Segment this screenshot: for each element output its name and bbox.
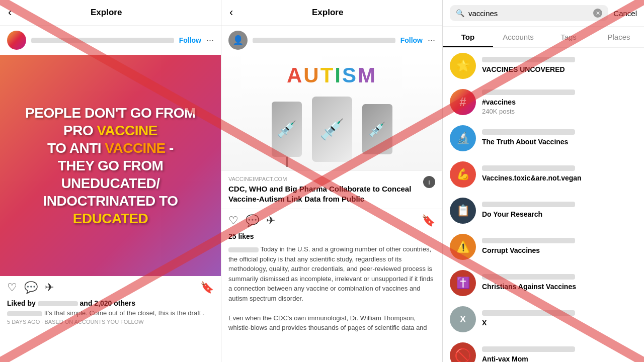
result-avatar: 🔬 bbox=[450, 125, 476, 151]
result-username-bar bbox=[482, 310, 575, 316]
mid-share-button[interactable]: ✈ bbox=[266, 214, 275, 227]
likes-others: and bbox=[80, 299, 95, 307]
left-title: Explore bbox=[91, 8, 122, 18]
mid-caption: Today in the U.S. and a growing number o… bbox=[221, 242, 442, 335]
follow-button[interactable]: Follow bbox=[179, 36, 201, 44]
mid-caption-text-2: Even when the CDC's own immunologist, Dr… bbox=[228, 314, 427, 336]
left-post-caption: It's that simple. Come out of the closet… bbox=[0, 309, 221, 319]
result-username-bar bbox=[482, 202, 575, 207]
likes-count: 2,020 others bbox=[94, 299, 135, 307]
result-name: VACCINES UNCOVERED bbox=[482, 65, 637, 73]
mid-like-button[interactable]: ♡ bbox=[228, 214, 238, 227]
liked-by-text: Liked by bbox=[7, 299, 36, 307]
left-post-image: PEOPLE DON'T GO FROM PRO VACCINE TO ANTI… bbox=[0, 55, 221, 276]
result-sub: 240K posts bbox=[482, 108, 637, 115]
result-username-bar bbox=[482, 129, 575, 135]
list-item[interactable]: 🔬 The Truth About Vaccines bbox=[443, 120, 644, 156]
info-button[interactable]: i bbox=[423, 176, 435, 188]
bookmark-button[interactable]: 🔖 bbox=[200, 281, 214, 294]
mid-post-image: AUTISM 💉 💉 💉 bbox=[221, 55, 442, 170]
result-name: X bbox=[482, 319, 637, 327]
tab-accounts[interactable]: Accounts bbox=[493, 27, 543, 47]
result-name: #vaccines bbox=[482, 98, 637, 106]
result-avatar: 📋 bbox=[450, 198, 476, 224]
result-info: The Truth About Vaccines bbox=[482, 129, 637, 147]
mid-comment-button[interactable]: 💬 bbox=[246, 214, 259, 227]
back-button[interactable]: ‹ bbox=[8, 6, 12, 19]
result-avatar: # bbox=[450, 89, 476, 115]
result-name: Do Your Research bbox=[482, 210, 637, 218]
mid-more-button[interactable]: ··· bbox=[428, 35, 435, 46]
result-name: The Truth About Vaccines bbox=[482, 138, 637, 146]
mid-likes-count: 25 likes bbox=[221, 232, 442, 242]
mid-follow-button[interactable]: Follow bbox=[400, 36, 423, 44]
more-options-button[interactable]: ··· bbox=[206, 35, 214, 46]
list-item[interactable]: 🚫 Anti-vax Mom bbox=[443, 337, 644, 362]
tab-top[interactable]: Top bbox=[443, 27, 493, 47]
result-username-bar bbox=[482, 57, 575, 62]
list-item[interactable]: # #vaccines 240K posts bbox=[443, 84, 644, 120]
left-header: ‹ Explore bbox=[0, 0, 221, 26]
article-preview: VACCINEIMPACT.COM CDC, WHO and Big Pharm… bbox=[221, 170, 442, 209]
mid-username-bar bbox=[253, 38, 395, 43]
result-avatar: ✝️ bbox=[450, 270, 476, 296]
mid-header: ‹ Explore bbox=[221, 0, 442, 26]
result-info: Vaccines.toxic&are.not.vegan bbox=[482, 165, 637, 184]
comment-button[interactable]: 💬 bbox=[24, 281, 38, 294]
like-button[interactable]: ♡ bbox=[7, 281, 17, 294]
result-info: Corrupt Vaccines bbox=[482, 238, 637, 256]
result-info: VACCINES UNCOVERED bbox=[482, 57, 637, 75]
result-username-bar bbox=[482, 346, 575, 352]
autism-title-text: AUTISM bbox=[287, 63, 377, 87]
result-name: Vaccines.toxic&are.not.vegan bbox=[482, 174, 637, 182]
search-tabs: Top Accounts Tags Places bbox=[443, 27, 644, 48]
mid-post-header: 👤 Follow ··· bbox=[221, 26, 442, 55]
middle-panel: ‹ Explore 👤 Follow ··· AUTISM 💉 💉 💉 bbox=[221, 0, 443, 362]
result-avatar: 🚫 bbox=[450, 342, 476, 362]
list-item[interactable]: X X bbox=[443, 301, 644, 337]
share-button[interactable]: ✈ bbox=[45, 281, 54, 294]
list-item[interactable]: 📋 Do Your Research bbox=[443, 193, 644, 229]
left-post-actions: ♡ 💬 ✈ 🔖 bbox=[0, 276, 221, 299]
list-item[interactable]: 🌟 VACCINES UNCOVERED bbox=[443, 48, 644, 84]
result-avatar: ⚠️ bbox=[450, 234, 476, 260]
mid-title: Explore bbox=[312, 8, 343, 18]
search-bar: 🔍 ✕ Cancel bbox=[443, 0, 644, 27]
tab-tags[interactable]: Tags bbox=[543, 27, 594, 47]
list-item[interactable]: 💪 Vaccines.toxic&are.not.vegan bbox=[443, 156, 644, 193]
right-panel: 🔍 ✕ Cancel Top Accounts Tags Places 🌟 VA… bbox=[443, 0, 644, 362]
result-username-bar bbox=[482, 89, 575, 95]
result-info: X bbox=[482, 310, 637, 328]
article-title: CDC, WHO and Big Pharma Collaborate to C… bbox=[228, 184, 435, 204]
search-results-list: 🌟 VACCINES UNCOVERED # #vaccines 240K po… bbox=[443, 48, 644, 362]
tab-places[interactable]: Places bbox=[594, 27, 644, 47]
hashtag-icon: # bbox=[459, 95, 466, 109]
left-panel: ‹ Explore Follow ··· PEOPLE DON'T GO FRO… bbox=[0, 0, 221, 362]
result-name: Anti-vax Mom bbox=[482, 355, 637, 362]
avatar-letter: X bbox=[460, 314, 466, 325]
post-image-text: PEOPLE DON'T GO FROM PRO VACCINE TO ANTI… bbox=[25, 104, 196, 227]
username-bar bbox=[31, 38, 174, 43]
result-info: #vaccines 240K posts bbox=[482, 89, 637, 115]
timestamp: 5 days ago · BASED ON ACCOUNTS YOU FOLLO… bbox=[0, 319, 221, 328]
mid-avatar: 👤 bbox=[228, 31, 248, 50]
list-item[interactable]: ✝️ Christians Against Vaccines bbox=[443, 265, 644, 301]
likes-section: Liked by and 2,020 others bbox=[0, 299, 221, 309]
result-name: Christians Against Vaccines bbox=[482, 283, 637, 291]
mid-post-actions: ♡ 💬 ✈ 🔖 bbox=[221, 209, 442, 232]
cancel-button[interactable]: Cancel bbox=[613, 9, 637, 18]
result-username-bar bbox=[482, 274, 575, 280]
search-icon: 🔍 bbox=[456, 9, 464, 17]
mid-bookmark-button[interactable]: 🔖 bbox=[422, 214, 435, 227]
result-info: Do Your Research bbox=[482, 202, 637, 220]
result-username-bar bbox=[482, 165, 575, 171]
mid-caption-text-1: Today in the U.S. and a growing number o… bbox=[228, 245, 434, 302]
clear-search-button[interactable]: ✕ bbox=[593, 9, 602, 18]
article-source: VACCINEIMPACT.COM bbox=[228, 176, 435, 182]
result-avatar: 🌟 bbox=[450, 53, 476, 79]
search-input[interactable] bbox=[468, 9, 589, 18]
result-avatar: 💪 bbox=[450, 161, 476, 188]
mid-back-button[interactable]: ‹ bbox=[229, 6, 233, 19]
result-info: Anti-vax Mom bbox=[482, 346, 637, 362]
list-item[interactable]: ⚠️ Corrupt Vaccines bbox=[443, 229, 644, 265]
